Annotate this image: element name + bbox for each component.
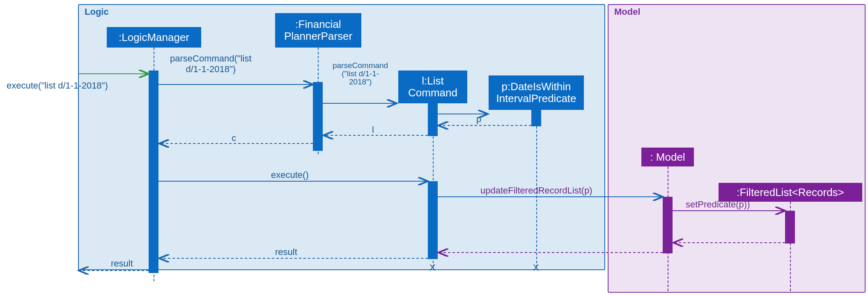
head-list-command: l:List Command bbox=[398, 71, 467, 103]
activation-filtered-list bbox=[785, 211, 795, 244]
destroy-list-command: X bbox=[429, 262, 436, 273]
activation-list-command-2 bbox=[428, 181, 438, 259]
package-model-label: Model bbox=[614, 7, 641, 17]
activation-model bbox=[663, 197, 673, 253]
head-date-predicate: p:DateIsWithin IntervalPredicate bbox=[489, 75, 584, 110]
msg-result-1: result bbox=[275, 247, 297, 257]
activation-logic-manager bbox=[149, 71, 158, 273]
activation-date-predicate bbox=[531, 110, 541, 126]
package-logic-label: Logic bbox=[85, 7, 109, 17]
msg-result-2: result bbox=[111, 258, 133, 269]
activation-fpp bbox=[313, 82, 323, 151]
sequence-diagram: Logic Model :LogicManager :Financial Pla… bbox=[4, 4, 864, 292]
msg-entry-execute: execute("list d/1-1-2018") bbox=[7, 80, 108, 91]
msg-parsecommand-2: parseCommand ("list d/1-1- 2018") bbox=[333, 61, 388, 86]
activation-list-command-1 bbox=[428, 103, 438, 136]
destroy-date-predicate: X bbox=[533, 262, 539, 273]
msg-parsecommand-1: parseCommand("list d/1-1-2018") bbox=[170, 53, 252, 75]
msg-execute: execute() bbox=[271, 170, 309, 180]
msg-return-p: p bbox=[476, 114, 481, 125]
msg-return-l: l bbox=[372, 125, 374, 135]
msg-set-predicate: setPredicate(p)) bbox=[686, 199, 750, 210]
head-financial-planner-parser: :Financial PlannerParser bbox=[275, 13, 361, 48]
msg-update-filtered: updateFilteredRecordList(p) bbox=[480, 185, 592, 196]
head-model: : Model bbox=[641, 148, 694, 166]
head-logic-manager: :LogicManager bbox=[107, 27, 201, 48]
msg-return-c: c bbox=[232, 133, 236, 143]
